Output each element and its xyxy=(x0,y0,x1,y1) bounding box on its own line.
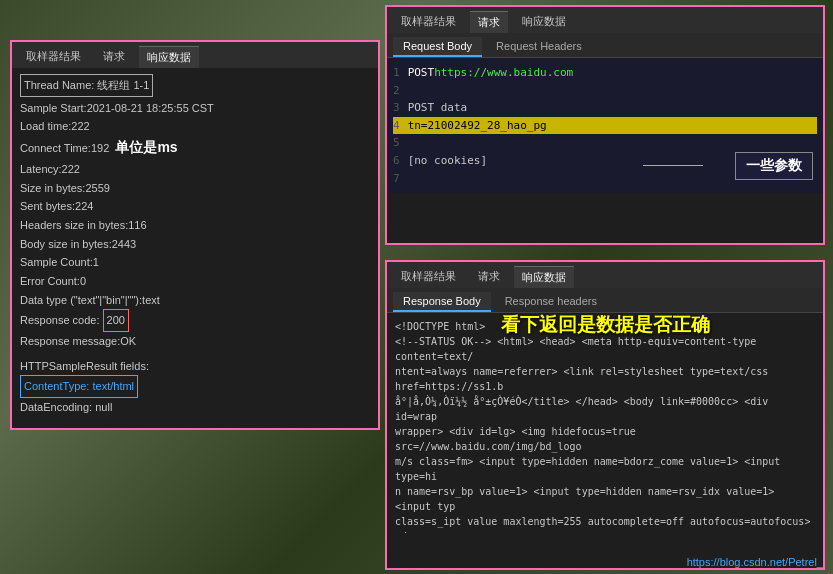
left-tab-sample-result[interactable]: 取样器结果 xyxy=(18,46,89,68)
rt-body-tab-request-body[interactable]: Request Body xyxy=(393,37,482,57)
line-num-2: 2 xyxy=(393,82,400,100)
rb-line-status: <!--STATUS OK--> <html> <head> <meta htt… xyxy=(395,334,815,364)
thread-name-label: Thread Name: xyxy=(24,79,94,91)
left-panel: 取样器结果 请求 响应数据 Thread Name: 线程组 1-1 Sampl… xyxy=(10,40,380,430)
content-type-label: ContentType: xyxy=(24,380,89,392)
rt-tab-sample[interactable]: 取样器结果 xyxy=(393,11,464,33)
left-tab-response-data[interactable]: 响应数据 xyxy=(139,46,199,68)
rb-tab-request[interactable]: 请求 xyxy=(470,266,508,288)
content-type-value: text/html xyxy=(93,380,135,392)
code-line-3: 3 POST data xyxy=(393,99,817,117)
rb-line-form: m/s class=fm> <input type=hidden name=bd… xyxy=(395,454,815,484)
rt-code-area: 1 POST https://www.baidu.com 2 3 POST da… xyxy=(387,58,823,193)
rb-body-tab-bar: Response Body Response headers xyxy=(387,288,823,313)
rb-line-title: å°|å,Ò¼,Òï¼½ å°±çÒ¥éÒ</title> </head> <b… xyxy=(395,394,815,424)
rb-tab-response[interactable]: 响应数据 xyxy=(514,266,574,288)
thread-name-box: Thread Name: 线程组 1-1 xyxy=(20,74,153,97)
content-type-row: ContentType: text/html xyxy=(20,375,370,398)
content-type-box: ContentType: text/html xyxy=(20,375,138,398)
thread-name-row: Thread Name: 线程组 1-1 xyxy=(20,74,370,99)
code-line-6: 6 [no cookies] xyxy=(393,152,817,170)
http-result-label: HTTPSampleResult fields: xyxy=(20,357,370,376)
response-code-label: Response code: xyxy=(20,314,100,326)
rb-body-tab-response-headers[interactable]: Response headers xyxy=(495,292,607,312)
right-top-panel: 取样器结果 请求 响应数据 Request Body Request Heade… xyxy=(385,5,825,245)
rb-line-doctype: <!DOCTYPE html> xyxy=(395,319,815,334)
load-time: Load time:222 xyxy=(20,117,370,136)
size-bytes: Size in bytes:2559 xyxy=(20,179,370,198)
code-line-1: 1 POST https://www.baidu.com xyxy=(393,64,817,82)
error-count: Error Count:0 xyxy=(20,272,370,291)
code-line-5: 5 xyxy=(393,134,817,152)
response-code-value: 200 xyxy=(107,314,125,326)
data-encoding: DataEncoding: null xyxy=(20,398,370,417)
code-post-data: POST data xyxy=(408,99,468,117)
rb-body-tab-response-body[interactable]: Response Body xyxy=(393,292,491,312)
response-code-box: 200 xyxy=(103,309,129,332)
rt-body-tab-request-headers[interactable]: Request Headers xyxy=(486,37,592,57)
headers-size: Headers size in bytes:116 xyxy=(20,216,370,235)
rb-panel-tabs: 取样器结果 请求 响应数据 xyxy=(387,262,823,288)
code-line-7: 7 xyxy=(393,170,817,188)
rb-line-n: n name=rsv_bp value=1> <input type=hidde… xyxy=(395,484,815,514)
left-panel-tabs: 取样器结果 请求 响应数据 xyxy=(12,42,378,68)
body-size: Body size in bytes:2443 xyxy=(20,235,370,254)
rb-line-span: class=s_ipt value maxlength=255 autocomp… xyxy=(395,514,815,533)
sample-count: Sample Count:1 xyxy=(20,253,370,272)
left-panel-content: Thread Name: 线程组 1-1 Sample Start:2021-0… xyxy=(12,68,378,423)
blog-url: https://blog.csdn.net/Petrel_ xyxy=(687,556,823,568)
rb-line-referrer: ntent=always name=referrer> <link rel=st… xyxy=(395,364,815,394)
line-num-5: 5 xyxy=(393,134,400,152)
sample-start: Sample Start:2021-08-21 18:25:55 CST xyxy=(20,99,370,118)
code-no-cookies: [no cookies] xyxy=(408,152,487,170)
rb-line-wrapper: wrapper> <div id=lg> <img hidefocus=true… xyxy=(395,424,815,454)
line-num-1: 1 xyxy=(393,64,400,82)
code-line-2: 2 xyxy=(393,82,817,100)
line-num-6: 6 xyxy=(393,152,400,170)
code-method: POST xyxy=(408,64,435,82)
rb-tab-sample[interactable]: 取样器结果 xyxy=(393,266,464,288)
connect-time-row: Connect Time:192 单位是ms xyxy=(20,136,370,160)
response-code-row: Response code: 200 xyxy=(20,309,370,332)
right-top-panel-tabs: 取样器结果 请求 响应数据 xyxy=(387,7,823,33)
data-type: Data type ("text"|"bin"|""):text xyxy=(20,291,370,310)
connect-time-value: Connect Time:192 xyxy=(20,142,109,154)
rt-body-tab-bar: Request Body Request Headers xyxy=(387,33,823,58)
connect-time-unit: 单位是ms xyxy=(115,139,177,155)
latency: Latency:222 xyxy=(20,160,370,179)
line-num-3: 3 xyxy=(393,99,400,117)
code-param: tn=21002492_28_hao_pg xyxy=(408,117,547,135)
right-bottom-panel: 取样器结果 请求 响应数据 Response Body Response hea… xyxy=(385,260,825,570)
line-num-4: 4 xyxy=(393,117,400,135)
thread-name-value: 线程组 1-1 xyxy=(97,79,149,91)
left-tab-request[interactable]: 请求 xyxy=(95,46,133,68)
line-num-7: 7 xyxy=(393,170,400,188)
response-message: Response message:OK xyxy=(20,332,370,351)
rb-response-text: <!DOCTYPE html> <!--STATUS OK--> <html> … xyxy=(387,313,823,533)
code-line-4: 4 tn=21002492_28_hao_pg xyxy=(393,117,817,135)
rt-tab-request[interactable]: 请求 xyxy=(470,11,508,33)
sent-bytes: Sent bytes:224 xyxy=(20,197,370,216)
code-url: https://www.baidu.com xyxy=(434,64,573,82)
rt-tab-response[interactable]: 响应数据 xyxy=(514,11,574,33)
blog-url-text: https://blog.csdn.net/Petrel_ xyxy=(687,556,823,568)
